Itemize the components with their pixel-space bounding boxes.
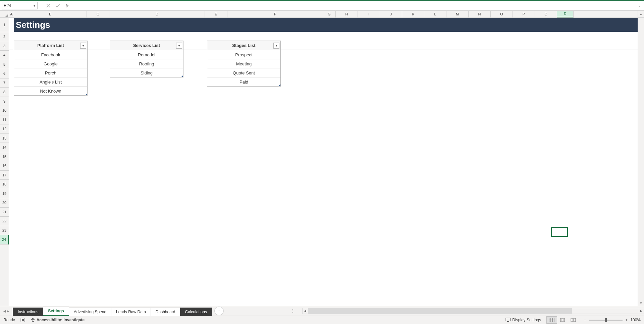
column-header-M[interactable]: M [446,11,469,17]
row-header-7[interactable]: 7 [0,78,9,88]
column-header-C[interactable]: C [87,11,109,17]
column-header-R[interactable]: R [557,11,574,17]
table-row[interactable]: Porch [14,68,87,77]
filter-dropdown-button[interactable]: ▾ [176,43,182,49]
cancel-formula-button[interactable] [45,2,52,9]
filter-dropdown-button[interactable]: ▾ [80,43,86,49]
row-header-12[interactable]: 12 [0,124,9,134]
insert-function-button[interactable]: fx [63,2,71,9]
svg-rect-1 [22,319,24,321]
tabstrip-splitter[interactable]: ⋮ [291,309,296,313]
zoom-slider[interactable] [589,320,623,321]
column-header-P[interactable]: P [513,11,535,17]
formula-expand-button[interactable]: ⌄ [637,4,642,7]
row-header-4[interactable]: 4 [0,51,9,60]
column-header-K[interactable]: K [402,11,424,17]
hscroll-track[interactable] [308,308,638,314]
column-header-E[interactable]: E [205,11,227,17]
column-header-N[interactable]: N [469,11,491,17]
svg-rect-11 [571,318,573,322]
column-header-I[interactable]: I [358,11,380,17]
row-header-16[interactable]: 16 [0,161,9,171]
horizontal-scrollbar[interactable]: ◀ ▶ [302,308,644,314]
table-row[interactable]: Siding [110,68,183,77]
row-header-15[interactable]: 15 [0,152,9,162]
scroll-down-button[interactable]: ▼ [638,301,644,306]
sheet-tab-dashboard[interactable]: Dashboard [151,308,180,316]
view-page-layout-button[interactable] [557,316,568,324]
macro-record-icon[interactable] [20,318,25,322]
formula-input[interactable] [73,2,635,9]
view-normal-button[interactable] [546,316,557,324]
row-header-18[interactable]: 18 [0,180,9,189]
add-sheet-button[interactable]: ＋ [214,307,224,315]
row-header-17[interactable]: 17 [0,171,9,180]
hscroll-left-button[interactable]: ◀ [302,308,308,314]
sheet-tab-instructions[interactable]: Instructions [13,308,43,316]
page-title: Settings [16,20,50,30]
table-row[interactable]: Google [14,59,87,68]
sheet-tab-leads-raw-data[interactable]: Leads Raw Data [111,308,151,316]
table-row[interactable]: Angie's List [14,77,87,87]
row-header-19[interactable]: 19 [0,189,9,199]
sheet-tab-settings[interactable]: Settings [43,307,69,316]
tab-nav-prev-icon[interactable]: ◀ [3,309,6,313]
row-header-1[interactable]: 1 [0,18,9,32]
table-row[interactable]: Facebook [14,50,87,59]
sheet-tabs: InstructionsSettingsAdvertising SpendLea… [13,306,212,316]
row-header-6[interactable]: 6 [0,69,9,78]
row-header-20[interactable]: 20 [0,198,9,208]
column-header-D[interactable]: D [109,11,205,17]
column-header-F[interactable]: F [227,11,323,17]
filter-dropdown-button[interactable]: ▾ [273,43,279,49]
sheet-tab-advertising-spend[interactable]: Advertising Spend [69,308,111,316]
row-header-5[interactable]: 5 [0,60,9,69]
column-header-H[interactable]: H [336,11,358,17]
row-header-9[interactable]: 9 [0,97,9,106]
table-row[interactable]: Paid [207,77,280,86]
row-header-13[interactable]: 13 [0,134,9,143]
vertical-scrollbar[interactable]: ▼ [638,18,644,306]
table-row[interactable]: Meeting [207,59,280,68]
zoom-in-button[interactable]: + [625,318,628,322]
table-row[interactable]: Remodel [110,50,183,59]
table-row[interactable]: Quote Sent [207,68,280,77]
column-header-O[interactable]: O [491,11,513,17]
column-header-Q[interactable]: Q [535,11,557,17]
sheet-tab-calculations[interactable]: Calculations [180,308,212,316]
row-header-3[interactable]: 3 [0,41,9,51]
name-box[interactable]: R24 ▼ [2,2,38,9]
hscroll-right-button[interactable]: ▶ [638,308,644,314]
display-settings-button[interactable]: Display Settings [505,318,541,322]
row-header-24[interactable]: 24 [0,235,9,245]
row-header-22[interactable]: 22 [0,217,9,226]
name-box-dropdown-icon[interactable]: ▼ [33,4,36,7]
view-buttons [546,316,579,324]
scroll-up-button[interactable]: ▲ [638,11,644,17]
column-header-L[interactable]: L [424,11,446,17]
select-all-corner[interactable] [0,11,9,17]
confirm-formula-button[interactable] [54,2,61,9]
accessibility-status[interactable]: Accessibility: Investigate [31,318,85,322]
row-header-23[interactable]: 23 [0,226,9,235]
view-page-break-button[interactable] [568,316,579,324]
row-header-10[interactable]: 10 [0,106,9,115]
column-header-J[interactable]: J [380,11,402,17]
row-header-2[interactable]: 2 [0,32,9,41]
row-header-14[interactable]: 14 [0,143,9,152]
row-header-11[interactable]: 11 [0,115,9,125]
cells-canvas[interactable]: Settings Platform List▾FacebookGooglePor… [9,18,638,306]
table-row[interactable]: Roofing [110,59,183,68]
tab-nav-next-icon[interactable]: ▶ [7,309,9,313]
column-header-A[interactable]: A [9,11,14,17]
row-header-8[interactable]: 8 [0,88,9,97]
hscroll-thumb[interactable] [308,308,572,314]
row-header-21[interactable]: 21 [0,208,9,217]
column-header-G[interactable]: G [323,11,336,17]
zoom-out-button[interactable]: − [584,318,586,322]
table-row[interactable]: Not Known [14,87,87,95]
table-row[interactable]: Prospect [207,50,280,59]
zoom-slider-handle[interactable] [605,318,607,322]
tab-nav[interactable]: ◀ ▶ [0,309,13,313]
column-header-B[interactable]: B [14,11,87,17]
